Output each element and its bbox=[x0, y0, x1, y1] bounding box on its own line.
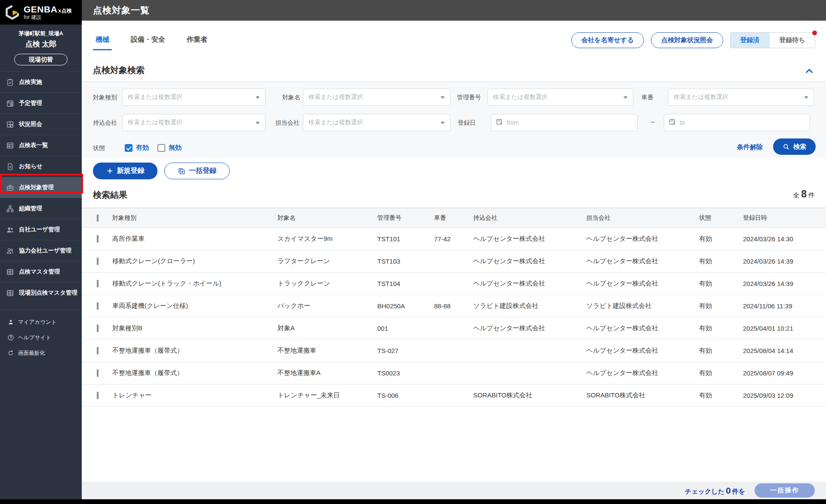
cell-control-no: BH0250A bbox=[377, 302, 434, 310]
current-user: 点検 太郎 bbox=[0, 39, 82, 49]
sidebar-item-users[interactable]: 自社ユーザ管理 bbox=[0, 219, 82, 240]
caret-down-icon bbox=[623, 96, 628, 99]
refresh-icon bbox=[7, 350, 14, 356]
calendar-edit-icon bbox=[496, 118, 503, 127]
results-table: 対象種別 対象名 管理番号 車番 持込会社 担当会社 状態 登録日時 高所作業車… bbox=[82, 208, 826, 407]
row-checkbox[interactable] bbox=[97, 280, 99, 287]
document-icon bbox=[6, 163, 14, 171]
bulk-operation-button[interactable]: 一括操作 bbox=[755, 483, 815, 498]
row-checkbox[interactable] bbox=[97, 235, 99, 243]
brand-name: GENBA bbox=[24, 4, 57, 14]
sidebar-item-grid-site[interactable]: 現場別点検マスタ管理 bbox=[0, 282, 82, 303]
cell-name: 不整地運搬車A bbox=[277, 369, 377, 377]
search-button[interactable]: 検索 bbox=[773, 138, 816, 155]
tab-machine[interactable]: 機械 bbox=[93, 34, 112, 50]
date-to-input[interactable] bbox=[680, 119, 805, 126]
filter-label-reg-date: 登録日 bbox=[458, 114, 476, 131]
select-all-checkbox[interactable] bbox=[97, 215, 99, 221]
tab-equipment-safety[interactable]: 設備・安全 bbox=[128, 34, 168, 50]
toggle-registered[interactable]: 登録済 bbox=[730, 33, 769, 48]
col-header-bring-company: 持込会社 bbox=[473, 214, 586, 222]
collapse-chevron-up-icon[interactable] bbox=[804, 66, 814, 77]
results-section-title: 検索結果 bbox=[93, 189, 127, 201]
total-count-number: 8 bbox=[801, 188, 807, 200]
row-checkbox[interactable] bbox=[97, 258, 99, 265]
status-inquiry-button[interactable]: 点検対象状況照会 bbox=[651, 32, 723, 48]
row-checkbox[interactable] bbox=[97, 325, 99, 332]
sidebar-item-org-chart[interactable]: 組織管理 bbox=[0, 198, 82, 219]
date-from-input[interactable] bbox=[507, 119, 633, 126]
row-checkbox[interactable] bbox=[97, 392, 99, 399]
sidebar-item-help-circle[interactable]: ヘルプサイト bbox=[0, 330, 82, 345]
site-switch-button[interactable]: 現場切替 bbox=[14, 54, 68, 65]
row-checkbox[interactable] bbox=[97, 302, 99, 310]
bulk-registration-button[interactable]: 一括登録 bbox=[164, 163, 230, 179]
sidebar-item-document[interactable]: お知らせ bbox=[0, 156, 82, 177]
app-logo: GENBAx点検 for 建設 bbox=[0, 0, 82, 25]
cell-type: 移動式クレーン(クローラー) bbox=[112, 257, 277, 265]
toggle-pending[interactable]: 登録待ち bbox=[769, 33, 815, 48]
bulk-action-footer: チェックした0件を 一括操作 bbox=[82, 482, 826, 499]
name-select[interactable]: 検索または複数選択 bbox=[303, 89, 450, 106]
status-checkbox-active[interactable]: 有効 bbox=[125, 144, 149, 152]
results-total-count: 全8件 bbox=[793, 188, 815, 200]
tab-worker[interactable]: 作業者 bbox=[184, 34, 210, 50]
vehicle-no-select[interactable]: 検索または複数選択 bbox=[668, 89, 814, 106]
date-to-field[interactable] bbox=[664, 114, 810, 131]
control-no-select[interactable]: 検索または複数選択 bbox=[487, 89, 633, 106]
new-registration-button[interactable]: 新規登録 bbox=[93, 163, 157, 179]
cell-bring-company: SORABITO株式会社 bbox=[473, 391, 586, 400]
cell-bring-company: ソラビト建設株式会社 bbox=[473, 302, 586, 310]
cell-status: 有効 bbox=[699, 235, 743, 243]
sidebar-item-clipboard-check[interactable]: 点検実施 bbox=[0, 71, 82, 92]
table-row: トレンチャー トレンチャー_未来日 TS-006 SORABITO株式会社 SO… bbox=[82, 384, 826, 407]
cell-charge-company: ヘルプセンター株式会社 bbox=[586, 235, 699, 243]
col-header-charge-company: 担当会社 bbox=[586, 214, 699, 222]
cell-registered-at: 2025/09/03 12:09 bbox=[743, 392, 826, 399]
row-checkbox[interactable] bbox=[97, 347, 99, 354]
filter-label-name: 対象名 bbox=[282, 89, 300, 106]
sidebar-item-toolbox[interactable]: 点検対象管理 bbox=[0, 177, 82, 198]
cell-type: 対象種別B bbox=[112, 324, 277, 332]
cell-vehicle-no: 77-42 bbox=[434, 235, 473, 243]
sidebar-item-calendar[interactable]: 予定管理 bbox=[0, 92, 82, 114]
table-row: 不整地運搬車（履帯式） 不整地運搬車 TS-027 ヘルプセンター株式会社 有効… bbox=[82, 340, 826, 362]
cell-charge-company: ヘルプセンター株式会社 bbox=[586, 257, 699, 265]
sidebar-item-table-list[interactable]: 点検表一覧 bbox=[0, 135, 82, 156]
bring-company-select[interactable]: 検索または複数選択 bbox=[122, 114, 265, 131]
type-select[interactable]: 検索または複数選択 bbox=[122, 89, 265, 106]
table-row: 不整地運搬車（履帯式） 不整地運搬車A TS0023 ヘルプセンター株式会社 有… bbox=[82, 362, 826, 384]
filter-label-bring-company: 持込会社 bbox=[93, 114, 117, 131]
cell-charge-company: ソラビト建設株式会社 bbox=[586, 302, 699, 310]
page-header: 点検対象一覧 bbox=[82, 0, 826, 21]
sidebar-utility: マイアカウント ヘルプサイト 画面最新化 bbox=[0, 310, 82, 361]
cell-registered-at: 2024/03/26 14:39 bbox=[743, 280, 826, 287]
bottom-black-strip bbox=[0, 499, 826, 504]
row-checkbox[interactable] bbox=[97, 369, 99, 377]
current-site: 茅場町駅前_現場A bbox=[0, 30, 82, 37]
sidebar-item-refresh[interactable]: 画面最新化 bbox=[0, 345, 82, 361]
pending-notification-dot bbox=[812, 31, 817, 35]
clear-conditions-link[interactable]: 条件解除 bbox=[737, 143, 763, 151]
cell-type: 不整地運搬車（履帯式） bbox=[112, 369, 277, 377]
sidebar-item-status-board[interactable]: 状況照会 bbox=[0, 114, 82, 135]
status-checkbox-inactive[interactable]: 無効 bbox=[157, 144, 182, 152]
date-from-field[interactable] bbox=[491, 114, 638, 131]
search-filter-panel: 対象種別 検索または複数選択 対象名 検索または複数選択 管理番号 検索または複… bbox=[82, 82, 826, 158]
cell-status: 有効 bbox=[699, 280, 743, 288]
sidebar-item-users-outline[interactable]: 協力会社ユーザ管理 bbox=[0, 240, 82, 261]
cell-control-no: TS0023 bbox=[377, 369, 434, 377]
brand-product: x点検 bbox=[58, 8, 72, 14]
sidebar-item-person[interactable]: マイアカウント bbox=[0, 314, 82, 330]
cell-control-no: TS-027 bbox=[377, 347, 434, 354]
sidebar-item-grid-master[interactable]: 点検マスタ管理 bbox=[0, 261, 82, 282]
cell-bring-company: ヘルプセンター株式会社 bbox=[473, 324, 586, 332]
cell-registered-at: 2024/03/26 14:39 bbox=[743, 258, 826, 265]
col-header-vehicle-no: 車番 bbox=[434, 214, 473, 222]
cell-status: 有効 bbox=[699, 369, 743, 377]
merge-companies-button[interactable]: 会社を名寄せする bbox=[571, 32, 644, 48]
cell-charge-company: ヘルプセンター株式会社 bbox=[586, 280, 699, 288]
filter-label-vehicle-no: 車番 bbox=[641, 89, 653, 106]
charge-company-select[interactable]: 検索または複数選択 bbox=[303, 114, 450, 131]
filter-label-status: 状態 bbox=[93, 139, 105, 157]
